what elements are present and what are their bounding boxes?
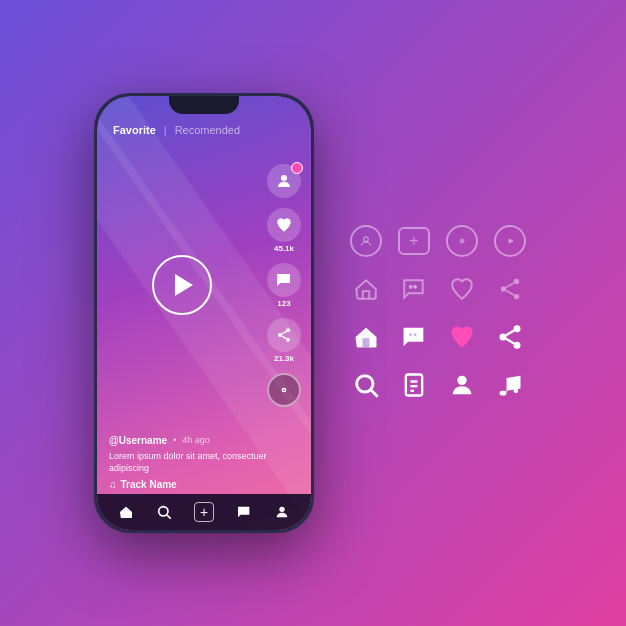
grid-music-note-solid xyxy=(488,363,532,407)
nav-profile[interactable] xyxy=(274,504,290,520)
grid-share-outlined xyxy=(488,267,532,311)
track-row: ♫ Track Name xyxy=(109,479,299,490)
svg-point-7 xyxy=(283,389,285,391)
grid-heart-pink-solid xyxy=(440,315,484,359)
description-text: Lorem ipsum dolor sit amet, consectuer a… xyxy=(109,450,299,475)
grid-chat-outlined xyxy=(392,267,436,311)
svg-line-31 xyxy=(371,390,377,396)
svg-marker-14 xyxy=(509,239,513,243)
tab-favorite[interactable]: Favorite xyxy=(113,124,156,136)
svg-point-1 xyxy=(286,328,290,332)
play-button[interactable] xyxy=(152,255,212,315)
svg-line-20 xyxy=(506,291,514,295)
username-label: @Username xyxy=(109,435,167,446)
phone-bottom-info: @Username • 4h ago Lorem ipsum dolor sit… xyxy=(97,427,311,494)
add-box-outline-icon: + xyxy=(398,227,430,255)
svg-line-29 xyxy=(506,331,514,336)
comment-count: 123 xyxy=(277,299,290,308)
svg-point-18 xyxy=(501,286,506,291)
phone-notch xyxy=(169,96,239,114)
svg-point-30 xyxy=(357,376,373,392)
grid-add-box-outlined: + xyxy=(392,219,436,263)
grid-note-solid xyxy=(392,363,436,407)
svg-line-9 xyxy=(167,515,171,519)
phone-mockup: Favorite | Recomended xyxy=(94,93,314,533)
main-container: Favorite | Recomended xyxy=(0,0,626,626)
side-music-icon xyxy=(267,373,301,407)
play-circle-outline-icon xyxy=(494,225,526,257)
grid-search-solid xyxy=(344,363,388,407)
side-share-item[interactable]: 21.3k xyxy=(267,318,301,363)
grid-heart-outlined xyxy=(440,267,484,311)
svg-point-0 xyxy=(281,175,287,181)
svg-point-15 xyxy=(410,286,412,288)
svg-point-10 xyxy=(279,507,284,512)
header-tabs: Favorite | Recomended xyxy=(113,124,240,136)
side-icons: 45.1k 123 xyxy=(267,144,311,427)
avatar-circle-outline-icon xyxy=(350,225,382,257)
side-avatar-item[interactable] xyxy=(267,164,301,198)
heart-count: 45.1k xyxy=(274,244,294,253)
svg-point-25 xyxy=(514,325,521,332)
grid-music-circle-outlined xyxy=(440,219,484,263)
track-name-label: Track Name xyxy=(121,479,177,490)
share-count: 21.3k xyxy=(274,354,294,363)
nav-search[interactable] xyxy=(156,504,172,520)
time-ago-label: 4h ago xyxy=(182,435,210,445)
svg-point-2 xyxy=(278,333,282,337)
side-comment-icon xyxy=(267,263,301,297)
nav-chat[interactable] xyxy=(236,504,252,520)
user-info-row: @Username • 4h ago xyxy=(109,435,299,446)
play-icon xyxy=(175,274,193,296)
side-share-icon xyxy=(267,318,301,352)
side-avatar-icon xyxy=(267,164,301,198)
phone-screen: Favorite | Recomended xyxy=(97,96,311,530)
grid-chat-solid xyxy=(392,315,436,359)
tab-divider: | xyxy=(164,124,167,136)
svg-point-11 xyxy=(364,237,369,242)
svg-point-27 xyxy=(514,342,521,349)
side-heart-item[interactable]: 45.1k xyxy=(267,208,301,253)
grid-avatar-circle-outlined xyxy=(344,219,388,263)
icon-grid: + xyxy=(344,219,532,407)
svg-line-21 xyxy=(506,283,514,287)
music-note-icon: ♫ xyxy=(109,479,117,490)
side-heart-icon xyxy=(267,208,301,242)
dot-separator: • xyxy=(173,435,176,445)
avatar-badge xyxy=(291,162,303,174)
side-comment-item[interactable]: 123 xyxy=(267,263,301,308)
music-circle-outline-icon xyxy=(446,225,478,257)
svg-line-5 xyxy=(282,331,287,334)
svg-point-13 xyxy=(461,240,463,242)
grid-share-solid xyxy=(488,315,532,359)
grid-home-solid xyxy=(344,315,388,359)
svg-point-26 xyxy=(500,334,507,341)
svg-point-19 xyxy=(514,294,519,299)
side-music-item[interactable] xyxy=(267,373,301,407)
phone-content: 45.1k 123 xyxy=(97,144,311,427)
phone-nav-bar: + xyxy=(97,494,311,530)
svg-point-37 xyxy=(514,389,519,394)
svg-line-4 xyxy=(282,336,287,339)
svg-point-8 xyxy=(159,507,168,516)
svg-point-3 xyxy=(286,338,290,342)
svg-point-16 xyxy=(414,286,416,288)
svg-point-17 xyxy=(514,279,519,284)
grid-person-solid xyxy=(440,363,484,407)
svg-point-23 xyxy=(409,333,412,336)
svg-line-28 xyxy=(506,339,514,344)
tab-recommended[interactable]: Recomended xyxy=(175,124,240,136)
svg-point-36 xyxy=(457,376,466,385)
svg-point-24 xyxy=(414,333,417,336)
grid-home-outlined xyxy=(344,267,388,311)
svg-rect-22 xyxy=(363,338,370,347)
nav-home[interactable] xyxy=(118,504,134,520)
grid-play-circle-outlined xyxy=(488,219,532,263)
nav-add[interactable]: + xyxy=(194,502,214,522)
video-area[interactable] xyxy=(97,144,267,427)
